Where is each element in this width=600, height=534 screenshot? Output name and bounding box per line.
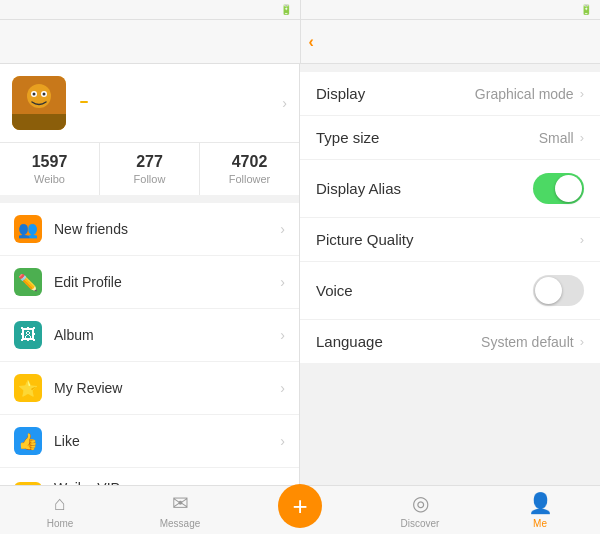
edit-profile-text-wrap: Edit Profile <box>54 274 280 290</box>
svg-rect-6 <box>12 114 66 130</box>
status-bars: 🔋 🔋 <box>0 0 600 20</box>
follow-label: Follow <box>100 173 199 185</box>
stat-weibo: 1597 Weibo <box>0 143 99 195</box>
tab-bar: ⌂ Home ✉ Message + ◎ Discover 👤 Me <box>0 485 600 534</box>
me-tab-label: Me <box>533 518 547 529</box>
type-size-value: Small› <box>539 130 584 146</box>
menu-group-1: 👥 New friends › ✏️ Edit Profile › 🖼 Albu… <box>0 203 299 485</box>
weibo-vip-label: Weibo VIP <box>54 480 280 485</box>
profile-arrow-icon: › <box>282 95 287 111</box>
album-label: Album <box>54 327 280 343</box>
menu-item-weibo-vip[interactable]: 👑 Weibo VIP 卡片背景 › <box>0 468 299 485</box>
stat-follow: 277 Follow <box>99 143 199 195</box>
like-arrow-icon: › <box>280 433 285 449</box>
right-nav-bar: ‹ <box>301 20 601 63</box>
menu-item-album[interactable]: 🖼 Album › <box>0 309 299 362</box>
discover-tab-label: Discover <box>401 518 440 529</box>
settings-item-language[interactable]: Language System default› <box>300 320 600 363</box>
right-panel: Display Graphical mode› Type size Small›… <box>300 64 600 485</box>
tab-message[interactable]: ✉ Message <box>120 486 240 534</box>
display-alias-toggle[interactable] <box>533 173 584 204</box>
my-review-arrow-icon: › <box>280 380 285 396</box>
tab-discover[interactable]: ◎ Discover <box>360 486 480 534</box>
stat-follower: 4702 Follower <box>199 143 299 195</box>
left-status-bar: 🔋 <box>0 0 301 19</box>
menu-item-new-friends[interactable]: 👥 New friends › <box>0 203 299 256</box>
tab-plus[interactable]: + <box>240 486 360 534</box>
nav-bars: ‹ <box>0 20 600 64</box>
stats-section: 1597 Weibo 277 Follow 4702 Follower <box>0 143 299 203</box>
my-review-text-wrap: My Review <box>54 380 280 396</box>
new-friends-arrow-icon: › <box>280 221 285 237</box>
picture-quality-arrow-icon: › <box>580 232 584 247</box>
me-tab-icon: 👤 <box>528 491 553 515</box>
weibo-count: 1597 <box>0 153 99 171</box>
tab-home[interactable]: ⌂ Home <box>0 486 120 534</box>
follow-count: 277 <box>100 153 199 171</box>
picture-quality-label: Picture Quality <box>316 231 414 248</box>
svg-point-5 <box>43 93 46 96</box>
new-friends-icon: 👥 <box>14 215 42 243</box>
menu-item-edit-profile[interactable]: ✏️ Edit Profile › <box>0 256 299 309</box>
vip-badge <box>80 101 88 103</box>
edit-profile-label: Edit Profile <box>54 274 280 290</box>
settings-item-type-size[interactable]: Type size Small› <box>300 116 600 160</box>
settings-item-picture-quality[interactable]: Picture Quality › <box>300 218 600 262</box>
like-label: Like <box>54 433 280 449</box>
home-tab-label: Home <box>47 518 74 529</box>
right-status-bar: 🔋 <box>301 0 601 19</box>
weibo-vip-text-wrap: Weibo VIP 卡片背景 <box>54 480 280 485</box>
display-arrow-icon: › <box>580 86 584 101</box>
type-size-label: Type size <box>316 129 379 146</box>
plus-button[interactable]: + <box>278 484 322 528</box>
right-status-icons: 🔋 <box>577 4 592 15</box>
profile-name <box>76 101 272 103</box>
back-button[interactable]: ‹ <box>309 33 314 51</box>
edit-profile-arrow-icon: › <box>280 274 285 290</box>
display-value: Graphical mode› <box>475 86 584 102</box>
like-text-wrap: Like <box>54 433 280 449</box>
new-friends-label: New friends <box>54 221 280 237</box>
main-content: › 1597 Weibo 277 Follow 4702 Follower 👥 … <box>0 64 600 485</box>
left-panel: › 1597 Weibo 277 Follow 4702 Follower 👥 … <box>0 64 300 485</box>
settings-item-display[interactable]: Display Graphical mode› <box>300 72 600 116</box>
profile-info <box>76 101 272 105</box>
message-tab-icon: ✉ <box>172 491 189 515</box>
display-label: Display <box>316 85 365 102</box>
chevron-left-icon: ‹ <box>309 33 314 51</box>
follower-count: 4702 <box>200 153 299 171</box>
type-size-arrow-icon: › <box>580 130 584 145</box>
message-tab-label: Message <box>160 518 201 529</box>
language-value: System default› <box>481 334 584 350</box>
album-text-wrap: Album <box>54 327 280 343</box>
left-status-icons: 🔋 <box>277 4 292 15</box>
svg-point-4 <box>33 93 36 96</box>
avatar-image <box>12 76 66 130</box>
tab-me[interactable]: 👤 Me <box>480 486 600 534</box>
language-label: Language <box>316 333 383 350</box>
album-arrow-icon: › <box>280 327 285 343</box>
edit-profile-icon: ✏️ <box>14 268 42 296</box>
voice-toggle[interactable] <box>533 275 584 306</box>
left-nav-bar <box>0 20 301 63</box>
like-icon: 👍 <box>14 427 42 455</box>
my-review-label: My Review <box>54 380 280 396</box>
new-friends-text-wrap: New friends <box>54 221 280 237</box>
discover-tab-icon: ◎ <box>412 491 429 515</box>
settings-item-voice[interactable]: Voice <box>300 262 600 320</box>
follower-label: Follower <box>200 173 299 185</box>
my-review-icon: ⭐ <box>14 374 42 402</box>
menu-item-my-review[interactable]: ⭐ My Review › <box>0 362 299 415</box>
album-icon: 🖼 <box>14 321 42 349</box>
settings-item-display-alias[interactable]: Display Alias <box>300 160 600 218</box>
home-tab-icon: ⌂ <box>54 492 66 515</box>
profile-section[interactable]: › <box>0 64 299 143</box>
language-arrow-icon: › <box>580 334 584 349</box>
menu-item-like[interactable]: 👍 Like › <box>0 415 299 468</box>
avatar <box>12 76 66 130</box>
settings-group-1: Display Graphical mode› Type size Small›… <box>300 72 600 363</box>
display-alias-label: Display Alias <box>316 180 401 197</box>
weibo-vip-icon: 👑 <box>14 482 42 485</box>
weibo-label: Weibo <box>0 173 99 185</box>
voice-label: Voice <box>316 282 353 299</box>
